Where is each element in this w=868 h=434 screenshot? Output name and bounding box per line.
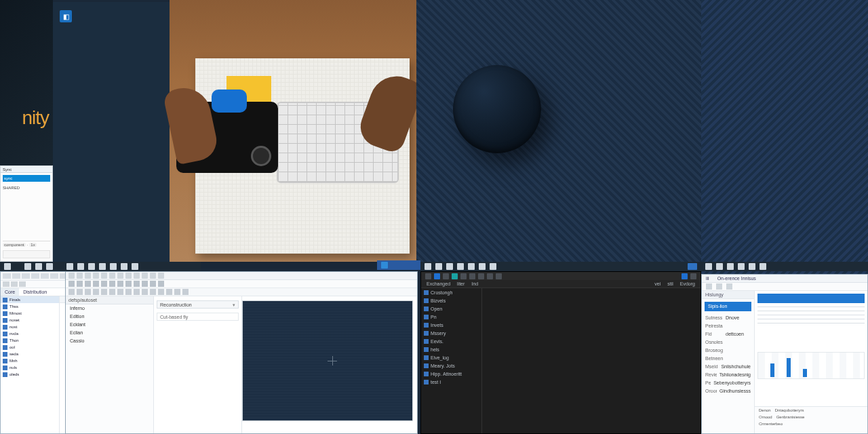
toolbar-icon[interactable] (117, 281, 123, 287)
editor-toolbar-main[interactable] (66, 272, 417, 280)
task-icon[interactable] (425, 263, 431, 270)
menu-item[interactable]: Ind (471, 281, 478, 286)
side-panel-item[interactable]: Ecklant (66, 321, 153, 329)
tab-icon[interactable] (726, 283, 732, 290)
toolbar-icon[interactable] (142, 281, 148, 287)
toolbar-icon[interactable] (134, 273, 140, 279)
properties-detail-header[interactable] (757, 294, 865, 303)
menu-icon[interactable] (50, 273, 58, 279)
task-icon[interactable] (99, 263, 106, 270)
task-icon[interactable] (446, 263, 453, 270)
toolbar-icon[interactable] (77, 273, 83, 279)
properties-sidebar[interactable]: Hislungy Sipis-lion SutnessDnove Peirest… (702, 291, 755, 433)
toolbar-icon[interactable] (117, 289, 123, 295)
task-icon[interactable] (479, 263, 486, 270)
toolbar-icon[interactable] (443, 273, 449, 279)
explorer-tab[interactable]: Distribution (19, 288, 51, 296)
toolbar-icon[interactable] (117, 273, 123, 279)
task-icon[interactable] (435, 263, 442, 270)
prop-row[interactable]: Betneenshsold (702, 355, 754, 363)
nav-fwd-icon[interactable] (11, 281, 18, 287)
toolbar-icon[interactable] (77, 289, 83, 295)
task-icon[interactable] (77, 263, 84, 270)
editor-window[interactable]: defsp/autoset Inferno Edition Ecklant Ec… (65, 271, 418, 434)
toolbar-icon[interactable] (93, 289, 99, 295)
tree-item[interactable]: Eevls. (421, 337, 481, 345)
toolbar-icon[interactable] (469, 273, 475, 279)
active-task-icon[interactable] (381, 262, 388, 269)
editor-side-panel[interactable]: defsp/autoset Inferno Edition Ecklant Ec… (66, 296, 154, 433)
toolbar-icon[interactable] (496, 273, 502, 279)
menu-icon[interactable] (3, 273, 11, 279)
taskbar-segment-active[interactable] (377, 260, 420, 270)
task-icon[interactable] (110, 263, 117, 270)
toolbar-icon[interactable] (93, 273, 99, 279)
toolbar-icon[interactable] (142, 289, 148, 295)
menu-icon[interactable] (12, 273, 20, 279)
toolbar-icon[interactable] (452, 273, 458, 279)
tab-icon[interactable] (706, 283, 712, 290)
menu-item[interactable]: vei (654, 281, 660, 286)
tree-item[interactable]: seda (1, 351, 59, 357)
editor-toolbar-third[interactable] (66, 288, 417, 296)
toolbar-icon[interactable] (85, 281, 91, 287)
toolbar-icon[interactable] (150, 273, 156, 279)
prop-row[interactable]: Peirestalle (702, 322, 754, 330)
toolbar-icon[interactable] (109, 273, 115, 279)
prop-row[interactable]: PenonSebenyobotteryrs (702, 379, 754, 387)
toolbar-icon[interactable] (158, 289, 164, 295)
prop-row[interactable]: OroorlGindhunsiesss (702, 387, 754, 395)
task-icon[interactable] (88, 263, 95, 270)
toolbar-icon[interactable] (487, 273, 493, 279)
toolbar-icon[interactable] (125, 281, 132, 287)
tree-item[interactable]: hels (421, 345, 481, 353)
tree-item[interactable]: Meary. Jots (421, 361, 481, 370)
task-icon[interactable] (727, 263, 734, 270)
mini-window-selected[interactable]: sync (3, 175, 50, 182)
toolbar-icon[interactable] (68, 281, 75, 287)
toolbar-icon[interactable] (174, 289, 180, 295)
tree-item[interactable]: Bizvels (421, 296, 481, 304)
tree-item[interactable]: Mssery (421, 329, 481, 337)
task-icon[interactable] (738, 263, 745, 270)
prop-row[interactable]: Flddettcoen (702, 330, 754, 338)
task-icon[interactable] (4, 263, 11, 270)
toolbar-icon[interactable] (478, 273, 484, 279)
side-panel-item[interactable]: Edition (66, 313, 153, 321)
prop-row[interactable]: Osnolesidsb (702, 338, 754, 347)
toolbar-icon[interactable] (434, 273, 440, 279)
tree-item[interactable]: Mmost (1, 310, 59, 317)
tree-item[interactable]: noset (1, 317, 59, 323)
tree-item[interactable]: nost (1, 323, 59, 330)
tree-item[interactable]: Eive_log (421, 353, 481, 361)
toolbar-icon[interactable] (101, 273, 107, 279)
toolbar-icon[interactable] (150, 289, 156, 295)
toolbar-icon[interactable] (101, 289, 107, 295)
tree-item[interactable]: Pn (421, 313, 481, 321)
mid-panel-filter[interactable]: Cut-based fly (157, 313, 239, 321)
prop-row[interactable]: SutnessDnove (702, 314, 754, 322)
editor-mid-panel[interactable]: Reconstruction Cut-based fly (154, 296, 242, 433)
toolbar-icon[interactable] (68, 273, 75, 279)
task-icon[interactable] (132, 263, 138, 270)
toolbar-icon[interactable] (77, 281, 83, 287)
tree-item[interactable]: nvda (1, 330, 59, 337)
tree-item[interactable]: Thon (1, 337, 59, 344)
editor-viewport[interactable] (242, 300, 413, 421)
mini-tool-b[interactable]: 1x (29, 243, 36, 247)
mini-window-title[interactable]: Sync (1, 166, 52, 173)
task-icon[interactable] (24, 263, 31, 270)
side-panel-item[interactable]: Eclian (66, 329, 153, 337)
menu-icon[interactable] (31, 273, 39, 279)
tree-item[interactable]: nuls (1, 364, 59, 371)
dark-ide-menubar[interactable]: Exchanged liter Ind vei stil Evdorg (421, 280, 701, 288)
prop-row[interactable]: ReviedTshiionadesnig (702, 371, 754, 379)
tree-item[interactable]: test I (421, 378, 481, 386)
toolbar-icon[interactable] (134, 281, 140, 287)
task-icon[interactable] (760, 263, 766, 270)
tree-item[interactable]: ool (1, 344, 59, 351)
task-icon[interactable] (705, 263, 712, 270)
properties-target[interactable]: Sipis-lion (705, 302, 751, 311)
toolbar-icon[interactable] (93, 281, 99, 287)
task-icon[interactable] (66, 263, 73, 270)
